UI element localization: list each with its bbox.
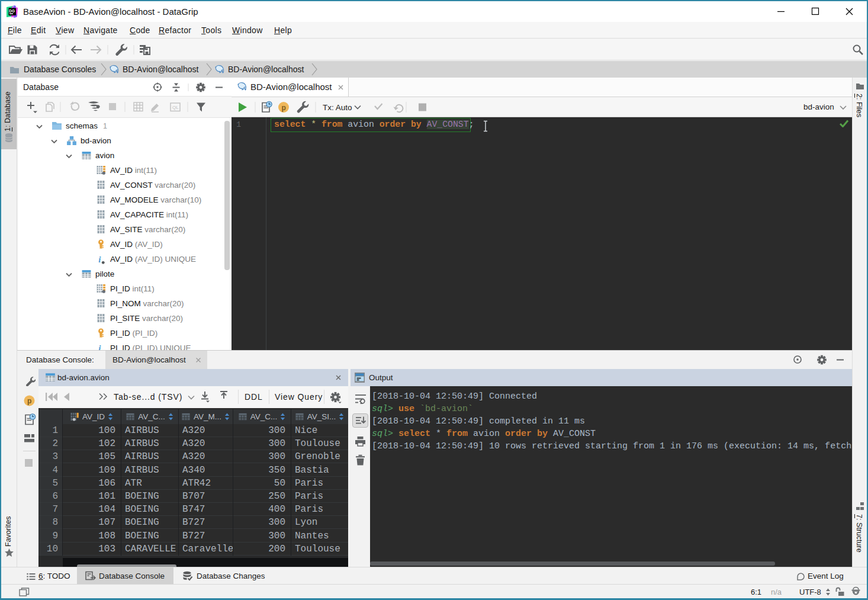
svg-text:i: i bbox=[98, 255, 101, 264]
svg-text:QL: QL bbox=[172, 105, 179, 110]
svg-text:i: i bbox=[98, 344, 101, 350]
svg-text:p: p bbox=[27, 397, 31, 405]
svg-text:Tx: Auto: Tx: Auto bbox=[323, 103, 352, 112]
svg-text:p: p bbox=[282, 104, 286, 112]
svg-text:DG: DG bbox=[9, 9, 15, 13]
